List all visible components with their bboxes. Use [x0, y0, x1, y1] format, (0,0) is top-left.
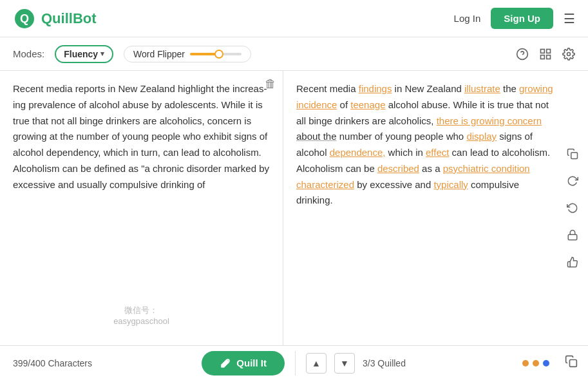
- word-flipper-slider[interactable]: [190, 53, 242, 55]
- refresh-icon-button[interactable]: [562, 171, 583, 191]
- word-illustrate[interactable]: illustrate: [464, 83, 500, 94]
- header-right: Log In Sign Up ☰: [454, 8, 575, 29]
- watermark-line1: 微信号：: [113, 305, 169, 316]
- dot-3: [543, 360, 549, 366]
- lock-icon-button[interactable]: [562, 225, 583, 245]
- output-panel: Recent media findings in New Zealand ill…: [283, 71, 588, 345]
- phrase-about-the[interactable]: about the: [296, 131, 337, 142]
- phrase-growing-incidence[interactable]: growing incidence: [296, 83, 553, 110]
- svg-text:Q: Q: [20, 12, 29, 25]
- bottom-left: 399/400 Characters Quill It: [0, 351, 296, 375]
- svg-rect-9: [571, 153, 578, 159]
- hamburger-menu-button[interactable]: ☰: [564, 11, 575, 26]
- dots-area: [522, 360, 549, 366]
- delete-button[interactable]: 🗑: [265, 77, 276, 91]
- main-content: 🗑 Recent media reports in New Zealand hi…: [0, 71, 588, 345]
- watermark-line2: easygpaschool: [113, 316, 169, 326]
- word-findings[interactable]: findings: [359, 83, 392, 94]
- header: Q QuillBot Log In Sign Up ☰: [0, 0, 588, 37]
- word-typically[interactable]: typically: [433, 179, 468, 190]
- toolbar: Modes: Fluency ▾ Word Flipper: [0, 37, 588, 71]
- thumbsup-icon-button[interactable]: [562, 252, 583, 272]
- signup-button[interactable]: Sign Up: [491, 8, 553, 29]
- bottom-right: ▲ ▼ 3/3 Quilled: [296, 353, 588, 374]
- svg-rect-12: [570, 360, 577, 367]
- chevron-down-icon: ▾: [100, 50, 104, 58]
- word-display[interactable]: display: [466, 131, 497, 142]
- svg-point-8: [567, 52, 571, 55]
- copy-icon-button[interactable]: [562, 144, 583, 164]
- logo-area: Q QuillBot: [13, 7, 97, 30]
- right-sidebar: [562, 144, 583, 272]
- login-button[interactable]: Log In: [454, 13, 481, 24]
- input-text[interactable]: Recent media reports in New Zealand high…: [13, 81, 272, 193]
- toolbar-icons: [516, 48, 575, 61]
- undo-icon-button[interactable]: [562, 198, 583, 218]
- logo-text: QuillBot: [41, 10, 97, 27]
- word-flipper-label: Word Flipper: [133, 49, 185, 59]
- slider-thumb: [214, 50, 223, 59]
- word-dependence[interactable]: dependence,: [330, 147, 386, 158]
- settings-icon-button[interactable]: [562, 48, 575, 61]
- scroll-down-button[interactable]: ▼: [334, 353, 355, 374]
- word-flipper-control[interactable]: Word Flipper: [124, 46, 251, 62]
- svg-rect-6: [547, 55, 551, 59]
- input-panel[interactable]: 🗑 Recent media reports in New Zealand hi…: [0, 71, 283, 345]
- word-effect[interactable]: effect: [426, 147, 449, 158]
- fluency-mode-button[interactable]: Fluency ▾: [55, 45, 113, 63]
- quill-it-label: Quill It: [236, 357, 267, 368]
- bottom-bar: 399/400 Characters Quill It ▲ ▼ 3/3 Quil…: [0, 345, 588, 380]
- modes-label: Modes:: [13, 48, 44, 59]
- stats-icon-button[interactable]: [539, 48, 552, 61]
- quilled-count: 3/3 Quilled: [363, 358, 406, 368]
- output-text: Recent media findings in New Zealand ill…: [296, 81, 556, 209]
- phrase-there-is-growing-concern[interactable]: there is growing concern: [437, 115, 542, 126]
- quill-it-button[interactable]: Quill It: [202, 351, 285, 375]
- word-described[interactable]: described: [377, 163, 419, 174]
- scroll-up-button[interactable]: ▲: [306, 353, 327, 374]
- word-teenage[interactable]: teenage: [350, 99, 385, 110]
- dot-1: [522, 360, 529, 366]
- svg-rect-10: [568, 234, 577, 240]
- dot-2: [533, 360, 539, 366]
- svg-rect-4: [541, 49, 545, 53]
- copy-output-button[interactable]: [565, 355, 578, 371]
- char-count: 399/400 Characters: [13, 358, 92, 368]
- svg-rect-5: [547, 49, 551, 53]
- svg-rect-7: [541, 55, 545, 59]
- fluency-label: Fluency: [64, 49, 98, 59]
- quill-icon: [220, 357, 231, 369]
- watermark: 微信号： easygpaschool: [113, 305, 169, 326]
- help-icon-button[interactable]: [516, 48, 529, 61]
- logo-icon: Q: [13, 7, 36, 30]
